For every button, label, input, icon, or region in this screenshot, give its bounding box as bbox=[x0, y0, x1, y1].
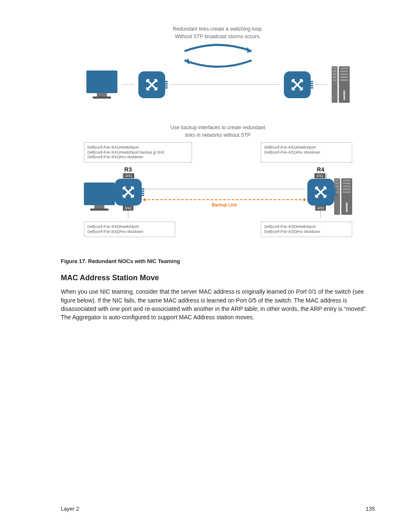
config-box-r4-bottom: Dell(conf-if-te-4/32)#switchport Dell(co… bbox=[261, 222, 352, 237]
port-tag: 4/31 bbox=[314, 173, 325, 178]
router-row: R3 3/41 3/42 bbox=[84, 166, 352, 218]
monitor-icon bbox=[84, 183, 115, 211]
diagram-figure: Redundant links create a switching loop.… bbox=[84, 25, 352, 237]
config-box-r4-top: Dell(conf-if-te-4/31)#switchport Dell(co… bbox=[261, 142, 352, 163]
caption-line: links in networks without STP bbox=[185, 132, 250, 138]
server-icon bbox=[332, 66, 350, 103]
footer-page-number: 135 bbox=[366, 506, 375, 512]
backup-link-label: Backup Link bbox=[143, 203, 306, 207]
monitor-icon bbox=[86, 70, 117, 99]
switch-icon bbox=[284, 71, 311, 98]
config-row-top: Dell(conf-if-te-3/41)#switchport Dell(co… bbox=[84, 142, 352, 163]
section-heading: MAC Address Station Move bbox=[61, 274, 375, 282]
body-paragraph: When you use NIC teaming, consider that … bbox=[61, 287, 375, 321]
caption-line: Without STP broadcast storms occurs. bbox=[175, 34, 261, 39]
port-tag: 4/32 bbox=[315, 206, 326, 211]
top-topology-row bbox=[84, 66, 352, 103]
config-box-r3-bottom: Dell(conf-if-te-3/42)#switchport Dell(co… bbox=[84, 222, 175, 237]
switch-icon bbox=[307, 179, 334, 206]
r4-label: R4 bbox=[317, 166, 325, 173]
footer-section: Layer 2 bbox=[61, 506, 79, 512]
diagram-mid-caption: Use backup interfaces to create redundan… bbox=[84, 124, 352, 139]
swirl-arrows bbox=[84, 43, 352, 68]
switch-icon bbox=[115, 179, 142, 206]
port-tag: 3/41 bbox=[123, 173, 134, 178]
port-tag: 3/42 bbox=[123, 206, 134, 211]
page-footer: Layer 2 135 bbox=[61, 506, 375, 512]
switch-r3: R3 3/41 3/42 bbox=[115, 166, 142, 218]
diagram-top-caption: Redundant links create a switching loop.… bbox=[84, 25, 352, 40]
caption-line: Use backup interfaces to create redundan… bbox=[170, 125, 265, 130]
inter-switch-links: Backup Link bbox=[143, 189, 306, 207]
config-row-bottom: Dell(conf-if-te-3/42)#switchport Dell(co… bbox=[84, 222, 352, 237]
r3-label: R3 bbox=[125, 166, 132, 173]
caption-line: Redundant links create a switching loop. bbox=[173, 26, 263, 32]
switch-icon bbox=[138, 71, 165, 98]
figure-caption: Figure 17. Redundant NOCs with NIC Teami… bbox=[61, 258, 375, 264]
config-box-r3-top: Dell(conf-if-te-3/41)#switchport Dell(co… bbox=[84, 142, 192, 163]
switch-r4: R4 4/31 4/32 bbox=[307, 166, 334, 218]
server-icon bbox=[334, 178, 352, 215]
